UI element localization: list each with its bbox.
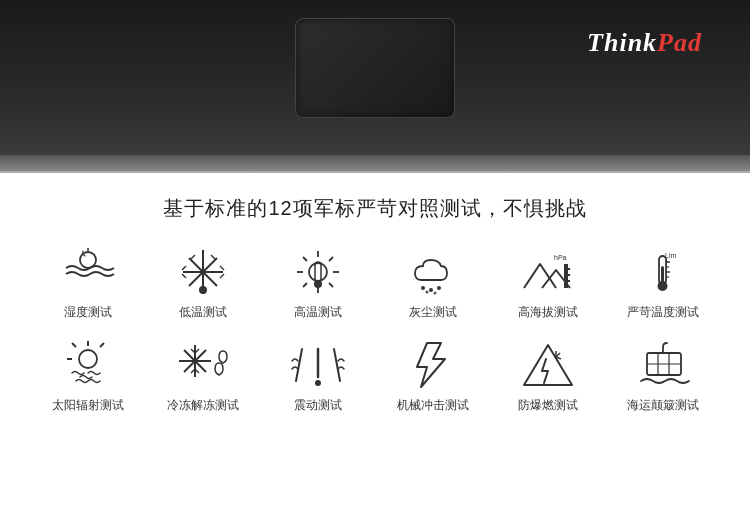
list-item: 低温测试 xyxy=(145,246,260,321)
list-item: hPa 高海拔测试 xyxy=(490,246,605,321)
svg-line-8 xyxy=(182,274,186,278)
svg-point-11 xyxy=(199,286,207,294)
svg-line-19 xyxy=(303,283,307,287)
list-item: 高温测试 xyxy=(260,246,375,321)
svg-line-9 xyxy=(220,266,224,270)
low-temp-label: 低温测试 xyxy=(179,304,227,321)
svg-line-6 xyxy=(211,255,215,259)
freeze-label: 冷冻解冻测试 xyxy=(167,397,239,414)
humidity-icon xyxy=(58,246,118,298)
svg-line-46 xyxy=(100,343,104,347)
headline: 基于标准的12项军标严苛对照测试，不惧挑战 xyxy=(30,195,720,222)
svg-point-0 xyxy=(80,252,96,268)
list-item: 湿度测试 xyxy=(30,246,145,321)
list-item: Lim 严苛温度测试 xyxy=(605,246,720,321)
shock-icon xyxy=(403,339,463,391)
svg-line-7 xyxy=(182,266,186,270)
svg-line-58 xyxy=(334,349,340,381)
solar-label: 太阳辐射测试 xyxy=(52,397,124,414)
low-temp-icon xyxy=(173,246,233,298)
freeze-icon xyxy=(173,339,233,391)
solar-icon xyxy=(58,339,118,391)
vibration-icon xyxy=(288,339,348,391)
shipping-label: 海运颠簸测试 xyxy=(627,397,699,414)
content-area: 基于标准的12项军标严苛对照测试，不惧挑战 湿度测试 xyxy=(0,173,750,432)
svg-rect-33 xyxy=(564,280,570,282)
list-item: 灰尘测试 xyxy=(375,246,490,321)
list-item: 太阳辐射测试 xyxy=(30,339,145,414)
svg-point-24 xyxy=(421,286,425,290)
svg-line-55 xyxy=(296,349,302,381)
shipping-icon xyxy=(633,339,693,391)
svg-point-26 xyxy=(437,286,441,290)
svg-point-57 xyxy=(315,380,321,386)
svg-text:Lim: Lim xyxy=(665,252,676,259)
vibration-label: 震动测试 xyxy=(294,397,342,414)
svg-rect-37 xyxy=(661,266,664,284)
laptop-image: ThinkPad xyxy=(0,0,750,155)
svg-line-18 xyxy=(329,257,333,261)
laptop-bottom-edge xyxy=(0,155,750,173)
svg-line-10 xyxy=(220,274,224,278)
svg-line-17 xyxy=(303,257,307,261)
svg-marker-59 xyxy=(524,345,572,385)
high-temp-icon xyxy=(288,246,348,298)
altitude-icon: hPa xyxy=(518,246,578,298)
list-item: 防爆燃测试 xyxy=(490,339,605,414)
svg-point-28 xyxy=(433,292,436,295)
list-item: 震动测试 xyxy=(260,339,375,414)
shock-label: 机械冲击测试 xyxy=(397,397,469,414)
list-item: 冷冻解冻测试 xyxy=(145,339,260,414)
icons-grid: 湿度测试 xyxy=(30,246,720,414)
svg-point-25 xyxy=(429,288,433,292)
extreme-temp-label: 严苛温度测试 xyxy=(627,304,699,321)
svg-rect-31 xyxy=(564,268,570,270)
svg-point-27 xyxy=(425,291,428,294)
humidity-label: 湿度测试 xyxy=(64,304,112,321)
thinkpad-logo: ThinkPad xyxy=(587,28,702,58)
dust-icon xyxy=(403,246,463,298)
svg-line-20 xyxy=(329,283,333,287)
svg-point-42 xyxy=(79,350,97,368)
altitude-label: 高海拔测试 xyxy=(518,304,578,321)
svg-point-22 xyxy=(314,280,322,288)
extreme-temp-icon: Lim xyxy=(633,246,693,298)
svg-text:hPa: hPa xyxy=(554,254,567,261)
dust-label: 灰尘测试 xyxy=(409,304,457,321)
explosion-icon xyxy=(518,339,578,391)
svg-rect-32 xyxy=(564,274,570,276)
svg-line-5 xyxy=(191,255,195,259)
svg-line-45 xyxy=(72,343,76,347)
list-item: 海运颠簸测试 xyxy=(605,339,720,414)
list-item: 机械冲击测试 xyxy=(375,339,490,414)
high-temp-label: 高温测试 xyxy=(294,304,342,321)
explosion-label: 防爆燃测试 xyxy=(518,397,578,414)
trackpad xyxy=(295,18,455,118)
